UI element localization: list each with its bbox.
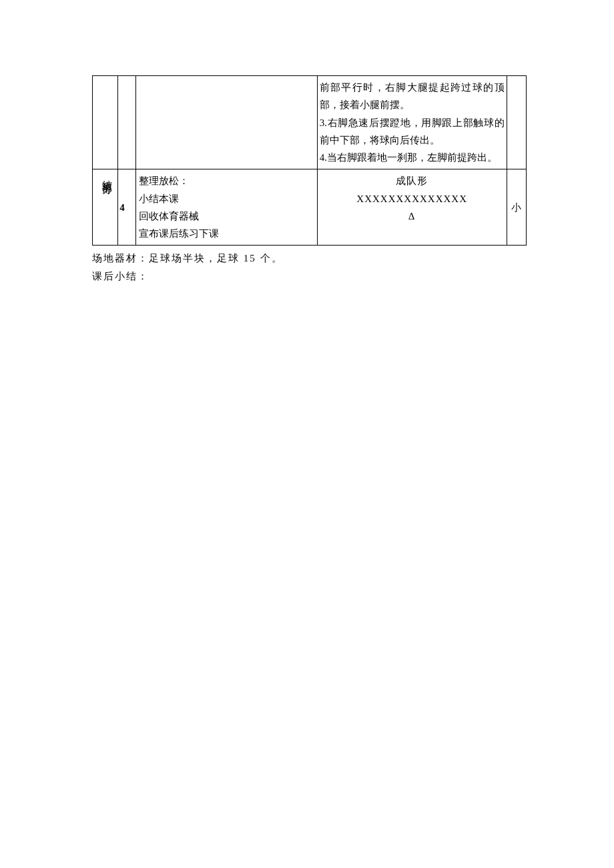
content-cell — [136, 76, 318, 169]
content-line: 回收体育器械 — [139, 207, 314, 225]
org-line: 前部平行时，右脚大腿提起跨过球的顶部，接着小腿前摆。 — [320, 79, 505, 114]
org-line: 3.右脚急速后摆蹬地，用脚跟上部触球的前中下部，将球向后传出。 — [320, 114, 505, 149]
equipment-label: 场地器材： — [92, 253, 149, 264]
section-cell: 结束部分 — [93, 169, 118, 246]
number-cell: 4 — [118, 169, 136, 246]
equipment-value: 足球场半块，足球 15 个。 — [149, 253, 283, 264]
org-line: 4.当右脚跟着地一刹那，左脚前提跨出。 — [320, 149, 505, 166]
footer-section: 场地器材：足球场半块，足球 15 个。 课后小结： — [92, 250, 527, 285]
org-line: 成队形 — [320, 172, 504, 189]
content-line: 小结本课 — [139, 190, 314, 207]
org-line: XXXXXXXXXXXXXX — [320, 190, 504, 207]
content-line: 宣布课后练习下课 — [139, 225, 314, 242]
last-cell — [507, 76, 526, 169]
organization-cell: 前部平行时，右脚大腿提起跨过球的顶部，接着小腿前摆。 3.右脚急速后摆蹬地，用脚… — [317, 76, 507, 169]
lesson-plan-table: 前部平行时，右脚大腿提起跨过球的顶部，接着小腿前摆。 3.右脚急速后摆蹬地，用脚… — [92, 75, 527, 246]
organization-cell: 成队形 XXXXXXXXXXXXXX Δ — [317, 169, 507, 246]
content-cell: 整理放松： 小结本课 回收体育器械 宣布课后练习下课 — [136, 169, 318, 246]
table-row: 结束部分 4 整理放松： 小结本课 回收体育器械 宣布课后练习下课 成队形 XX… — [93, 169, 527, 246]
table-row: 前部平行时，右脚大腿提起跨过球的顶部，接着小腿前摆。 3.右脚急速后摆蹬地，用脚… — [93, 76, 527, 169]
org-line: Δ — [320, 207, 504, 225]
content-line: 整理放松： — [139, 172, 314, 189]
summary-line: 课后小结： — [92, 268, 527, 285]
section-label: 结束部分 — [102, 172, 113, 177]
number-value: 4 — [119, 202, 125, 213]
last-value: 小 — [511, 202, 521, 213]
section-cell — [93, 76, 118, 169]
summary-label: 课后小结： — [92, 271, 149, 282]
number-cell — [118, 76, 136, 169]
last-cell: 小 — [507, 169, 526, 246]
equipment-line: 场地器材：足球场半块，足球 15 个。 — [92, 250, 527, 267]
